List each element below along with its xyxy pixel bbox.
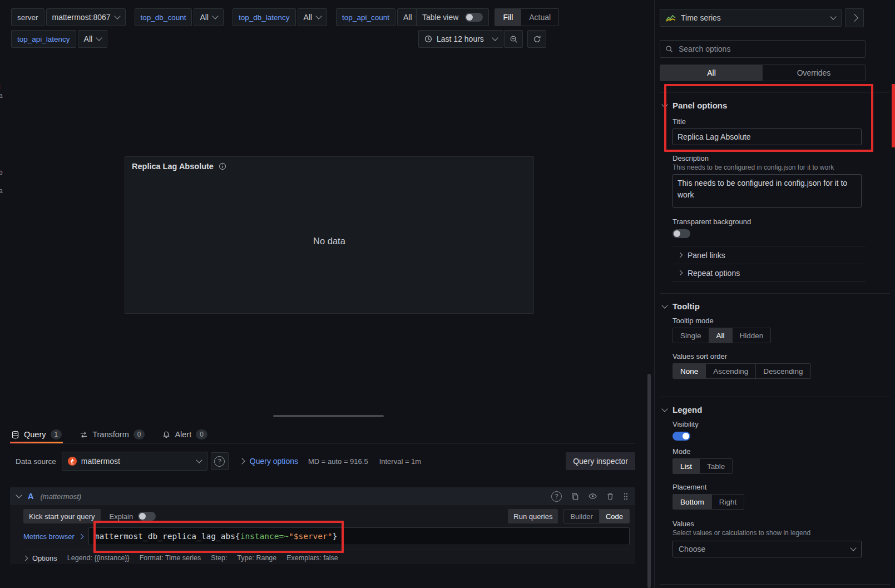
kick-start-query-button[interactable]: Kick start your query — [23, 509, 101, 523]
search-options-input[interactable] — [678, 44, 860, 54]
datasource-picker[interactable]: mattermost — [62, 452, 207, 471]
options-collapse-toggle[interactable]: Options — [23, 554, 57, 562]
variable-top-db-latency-value: All — [304, 13, 313, 22]
legend-mode-table[interactable]: Table — [699, 459, 732, 473]
table-view-toggle[interactable] — [465, 13, 483, 22]
variable-top-db-count-value-dropdown[interactable]: All — [194, 8, 224, 26]
section-axis: Axis — [660, 584, 890, 588]
run-queries-button[interactable]: Run queries — [508, 509, 558, 523]
panel-title-input[interactable] — [673, 129, 862, 145]
variable-server-value: mattermost:8067 — [52, 13, 111, 22]
delete-query-icon[interactable] — [606, 492, 614, 501]
metrics-browser-button[interactable]: Metrics browser — [23, 532, 83, 541]
sort-descending[interactable]: Descending — [755, 364, 810, 378]
drag-query-handle-icon[interactable] — [623, 492, 629, 501]
repeat-options-collapse[interactable]: Repeat options — [673, 264, 866, 281]
query-options-row: Options Legend: {{instance}} Format: Tim… — [23, 550, 630, 566]
question-circle-icon: ? — [214, 456, 225, 467]
tooltip-title: Tooltip — [673, 302, 700, 311]
chevron-down-icon — [196, 457, 202, 463]
edge-text-fragment: a — [0, 92, 3, 100]
sort-ascending[interactable]: Ascending — [705, 364, 755, 378]
max-data-points-text: MD = auto = 916.5 — [308, 457, 368, 466]
values-sort-order-group: None Ascending Descending — [673, 363, 811, 379]
chevron-down-icon — [661, 406, 667, 412]
tab-transform[interactable]: Transform 0 — [78, 426, 146, 443]
panel-links-collapse[interactable]: Panel links — [673, 246, 866, 264]
editor-mode-code[interactable]: Code — [599, 510, 629, 523]
variable-top-api-latency: top_api_latency All — [11, 30, 107, 48]
tooltip-mode-all[interactable]: All — [709, 328, 732, 343]
toolbar-variables-row-2: top_api_latency All — [11, 30, 107, 48]
explain-toggle[interactable] — [138, 512, 156, 521]
panel-options-header[interactable]: Panel options — [662, 101, 866, 110]
legend-title: Legend — [673, 405, 702, 414]
tab-query[interactable]: Query 1 — [10, 426, 63, 443]
chevron-right-icon — [678, 270, 683, 276]
clock-icon — [424, 35, 432, 43]
zoom-out-button[interactable] — [504, 30, 523, 48]
variable-top-api-latency-label: top_api_latency — [11, 30, 76, 48]
editor-mode-builder[interactable]: Builder — [564, 510, 599, 523]
refresh-button[interactable] — [527, 30, 546, 48]
legend-header[interactable]: Legend — [662, 405, 866, 414]
query-row-actions: ? — [551, 491, 629, 502]
values-sort-order-label: Values sort order — [673, 352, 866, 360]
query-inspector-button[interactable]: Query inspector — [566, 452, 635, 470]
visualization-picker[interactable]: Time series — [660, 9, 842, 27]
panel-title[interactable]: Replica Lag Absolute — [132, 162, 214, 171]
legend-values-select[interactable]: Choose — [673, 541, 862, 557]
tab-alert[interactable]: Alert 0 — [161, 426, 209, 443]
time-range-picker[interactable]: Last 12 hours — [418, 30, 503, 48]
info-icon[interactable] — [219, 162, 226, 170]
pane-size-option-fill[interactable]: Fill — [495, 9, 521, 26]
variable-top-api-latency-value: All — [84, 34, 93, 43]
collapse-query-row-icon[interactable] — [16, 492, 22, 498]
legend-mode-list[interactable]: List — [673, 459, 699, 473]
tooltip-mode-hidden[interactable]: Hidden — [732, 328, 771, 343]
legend-values-label: Values — [673, 520, 866, 528]
promql-query-input[interactable]: mattermost_db_replica_lag_abs{instance=~… — [88, 527, 630, 545]
main-scrollbar[interactable] — [647, 374, 651, 588]
chevron-right-icon — [23, 555, 28, 561]
transparent-background-label: Transparent background — [673, 218, 866, 226]
duplicate-query-icon[interactable] — [571, 492, 579, 501]
datasource-help-button[interactable]: ? — [211, 452, 229, 470]
no-data-message: No data — [125, 236, 533, 246]
time-controls: Last 12 hours — [418, 30, 546, 48]
chevron-right-icon — [851, 14, 858, 22]
hide-query-icon[interactable] — [588, 492, 597, 501]
options-step-summary: Step: — [211, 554, 227, 562]
title-field-label: Title — [673, 117, 866, 126]
tooltip-header[interactable]: Tooltip — [662, 302, 866, 311]
section-legend: Legend Visibility Mode List Table Placem… — [660, 397, 890, 567]
options-exemplars-summary: Exemplars: false — [286, 554, 338, 562]
search-icon — [665, 45, 673, 53]
transparent-background-toggle[interactable] — [673, 229, 690, 238]
query-options-toggle[interactable]: Query options — [240, 457, 298, 466]
promql-metric: mattermost_db_replica_lag_abs — [95, 532, 235, 541]
placement-bottom[interactable]: Bottom — [673, 495, 711, 509]
visualization-name: Time series — [681, 13, 721, 22]
pane-size-option-actual[interactable]: Actual — [521, 9, 558, 26]
variable-server-value-dropdown[interactable]: mattermost:8067 — [46, 8, 126, 26]
pane-resize-handle[interactable] — [273, 415, 384, 417]
variable-top-db-latency-value-dropdown[interactable]: All — [298, 8, 328, 26]
transform-icon — [80, 431, 88, 439]
toggle-knob — [674, 230, 680, 237]
interval-text: Interval = 1m — [379, 457, 422, 466]
filter-tab-all[interactable]: All — [660, 65, 763, 81]
tab-alert-count: 0 — [196, 429, 207, 439]
legend-visibility-toggle[interactable] — [673, 432, 690, 441]
collapse-options-pane-button[interactable] — [845, 8, 864, 27]
placement-right[interactable]: Right — [711, 495, 744, 509]
help-icon[interactable]: ? — [551, 491, 562, 502]
tab-query-count: 1 — [51, 429, 62, 439]
sort-none[interactable]: None — [673, 364, 705, 378]
tooltip-mode-single[interactable]: Single — [673, 328, 709, 343]
legend-mode-label: Mode — [673, 447, 866, 456]
variable-top-api-latency-value-dropdown[interactable]: All — [78, 30, 108, 48]
variable-top-db-count-value: All — [200, 13, 209, 22]
panel-description-textarea[interactable]: This needs to be configured in config.js… — [673, 174, 862, 207]
filter-tab-overrides[interactable]: Overrides — [763, 65, 865, 81]
